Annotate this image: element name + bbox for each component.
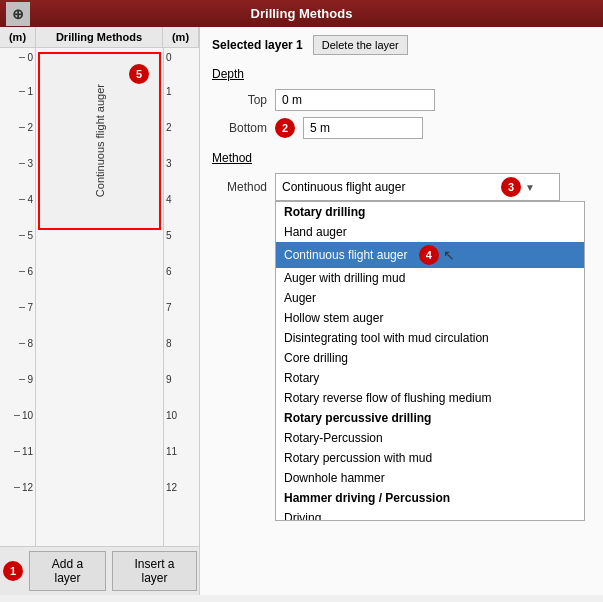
- depth-section: Depth Top Bottom 2: [212, 67, 591, 139]
- badge-1: 1: [3, 561, 23, 581]
- badge-4: 4: [419, 245, 439, 265]
- item-rotary-percussion-mud[interactable]: Rotary percussion with mud: [276, 448, 584, 468]
- layer-box[interactable]: Continuous flight auger 5: [38, 52, 161, 230]
- selected-layer-label: Selected layer 1: [212, 38, 303, 52]
- top-input[interactable]: [275, 89, 435, 111]
- dropdown-arrow-icon: ▼: [525, 182, 535, 193]
- item-disintegrating[interactable]: Disintegrating tool with mud circulation: [276, 328, 584, 348]
- item-rotary-reverse[interactable]: Rotary reverse flow of flushing medium: [276, 388, 584, 408]
- delete-layer-button[interactable]: Delete the layer: [313, 35, 408, 55]
- item-hollow-stem[interactable]: Hollow stem auger: [276, 308, 584, 328]
- badge-5: 5: [129, 64, 149, 84]
- item-continuous-flight-auger[interactable]: Continuous flight auger 4 ↖: [276, 242, 584, 268]
- left-panel: (m) Drilling Methods (m) 0 1 2 3 4 5 6 7…: [0, 27, 200, 595]
- badge-2: 2: [275, 118, 295, 138]
- right-panel: Selected layer 1 Delete the layer Depth …: [200, 27, 603, 595]
- item-downhole-hammer[interactable]: Downhole hammer: [276, 468, 584, 488]
- depth-title: Depth: [212, 67, 591, 81]
- item-rotary-percussion[interactable]: Rotary-Percussion: [276, 428, 584, 448]
- col-m-right: (m): [163, 27, 199, 47]
- layer-label: Continuous flight auger: [94, 84, 106, 197]
- title-bar: ⊕ Drilling Methods: [0, 0, 603, 27]
- item-rotary[interactable]: Rotary: [276, 368, 584, 388]
- layer-middle[interactable]: Continuous flight auger 5: [36, 48, 163, 595]
- item-hand-auger[interactable]: Hand auger: [276, 222, 584, 242]
- item-driving[interactable]: Driving: [276, 508, 584, 521]
- bottom-row: Bottom 2: [212, 117, 591, 139]
- app-logo: ⊕: [6, 2, 30, 26]
- dropdown-list[interactable]: Rotary drilling Hand auger Continuous fl…: [275, 201, 585, 521]
- bottom-label: Bottom: [212, 121, 267, 135]
- item-auger-mud[interactable]: Auger with drilling mud: [276, 268, 584, 288]
- top-row: Top: [212, 89, 591, 111]
- layer-area: 0 1 2 3 4 5 6 7 8 9 10 11 12: [0, 48, 199, 595]
- method-section: Method Method Continuous flight auger 3 …: [212, 151, 591, 201]
- scale-left: 0 1 2 3 4 5 6 7 8 9 10 11 12: [0, 48, 36, 595]
- group-hammer-driving: Hammer driving / Percussion: [276, 488, 584, 508]
- dropdown-current: Continuous flight auger: [282, 180, 405, 194]
- group-rotary-percussive: Rotary percussive drilling: [276, 408, 584, 428]
- col-drilling: Drilling Methods: [36, 27, 163, 47]
- method-label: Method: [212, 180, 267, 194]
- group-rotary-drilling: Rotary drilling: [276, 202, 584, 222]
- layer-body: 0 1 2 3 4 5 6 7 8 9 10 11 12: [0, 48, 199, 595]
- col-m-left: (m): [0, 27, 36, 47]
- method-row: Method Continuous flight auger 3 ▼ Rotar…: [212, 173, 591, 201]
- method-dropdown[interactable]: Continuous flight auger 3 ▼ Rotary drill…: [275, 173, 560, 201]
- dropdown-selected-value[interactable]: Continuous flight auger 3 ▼: [275, 173, 560, 201]
- cursor-icon: ↖: [443, 247, 455, 263]
- item-auger[interactable]: Auger: [276, 288, 584, 308]
- bottom-input[interactable]: [303, 117, 423, 139]
- method-title: Method: [212, 151, 591, 165]
- insert-layer-button[interactable]: Insert a layer: [112, 551, 197, 591]
- item-core-drilling[interactable]: Core drilling: [276, 348, 584, 368]
- window-title: Drilling Methods: [251, 6, 353, 21]
- bottom-bar: 1 Add a layer Insert a layer: [0, 546, 199, 595]
- scale-right: 0 1 2 3 4 5 6 7 8 9 10 11 12: [163, 48, 199, 595]
- selected-layer-row: Selected layer 1 Delete the layer: [212, 35, 591, 55]
- column-headers: (m) Drilling Methods (m): [0, 27, 199, 48]
- badge-3: 3: [501, 177, 521, 197]
- add-layer-button[interactable]: Add a layer: [29, 551, 106, 591]
- top-label: Top: [212, 93, 267, 107]
